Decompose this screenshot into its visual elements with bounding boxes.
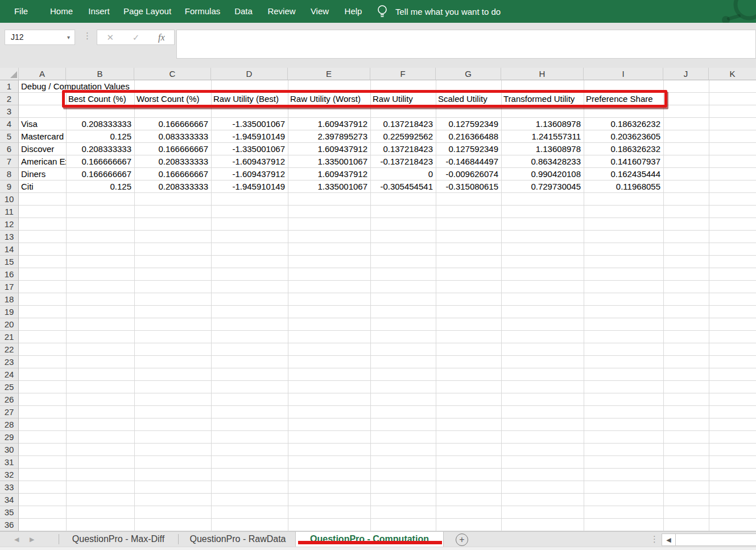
formula-bar-input[interactable] (176, 30, 756, 59)
cell-H9[interactable]: 0.729730045 (501, 180, 584, 192)
row-header-5[interactable]: 5 (0, 130, 19, 143)
cell-H4[interactable]: 1.13608978 (501, 118, 584, 130)
new-sheet-button[interactable]: + (456, 533, 468, 546)
cell-E9[interactable]: 1.335001067 (288, 180, 370, 192)
enter-check-icon[interactable]: ✓ (133, 32, 140, 43)
tellme-group[interactable]: Tell me what you want to do (377, 0, 501, 23)
row-header-1[interactable]: 1 (0, 80, 19, 93)
cell-H6[interactable]: 1.13608978 (501, 143, 584, 155)
column-header-H[interactable]: H (501, 68, 584, 80)
menu-item-help[interactable]: Help (345, 0, 362, 23)
cell-A9-label[interactable]: Citi (19, 180, 66, 192)
column-header-B[interactable]: B (66, 68, 134, 80)
row-header-3[interactable]: 3 (0, 105, 19, 118)
row-header-7[interactable]: 7 (0, 155, 19, 168)
cell-E5[interactable]: 2.397895273 (288, 130, 370, 142)
row-header-26[interactable]: 26 (0, 393, 19, 406)
cell-G5[interactable]: 0.216366488 (436, 130, 501, 142)
row-header-19[interactable]: 19 (0, 306, 19, 318)
cell-I8[interactable]: 0.162435444 (584, 168, 663, 180)
row-header-33[interactable]: 33 (0, 481, 19, 494)
cell-C8[interactable]: 0.166666667 (134, 168, 211, 180)
row-header-27[interactable]: 27 (0, 406, 19, 418)
row-header-2[interactable]: 2 (0, 93, 19, 105)
menu-item-view[interactable]: View (311, 0, 329, 23)
cell-H5[interactable]: 1.241557311 (501, 130, 584, 142)
row-header-18[interactable]: 18 (0, 293, 19, 306)
cell-B8[interactable]: 0.166666667 (66, 168, 134, 180)
cell-H7[interactable]: 0.863428233 (501, 155, 584, 167)
cell-C6[interactable]: 0.166666667 (134, 143, 211, 155)
row-header-6[interactable]: 6 (0, 143, 19, 155)
menu-item-formulas[interactable]: Formulas (185, 0, 221, 23)
column-header-J[interactable]: J (663, 68, 709, 80)
cancel-icon[interactable]: ✕ (106, 32, 114, 43)
row-header-16[interactable]: 16 (0, 268, 19, 281)
cell-I4[interactable]: 0.186326232 (584, 118, 663, 130)
select-all-corner[interactable] (0, 68, 19, 80)
scrollbar-thumb[interactable] (676, 534, 756, 545)
cell-F5[interactable]: 0.225992562 (370, 130, 436, 142)
cell-A8-label[interactable]: Diners (19, 168, 66, 180)
cell-I6[interactable]: 0.186326232 (584, 143, 663, 155)
cell-E4[interactable]: 1.609437912 (288, 118, 370, 130)
row-header-12[interactable]: 12 (0, 218, 19, 231)
row-header-17[interactable]: 17 (0, 281, 19, 293)
row-header-29[interactable]: 29 (0, 431, 19, 444)
cell-A4-label[interactable]: Visa (19, 118, 66, 130)
cell-A5-label[interactable]: Mastercard (19, 130, 66, 142)
drag-handle-icon[interactable]: ⋮ (83, 31, 92, 41)
cell-H8[interactable]: 0.990420108 (501, 168, 584, 180)
cell-E6[interactable]: 1.609437912 (288, 143, 370, 155)
row-header-31[interactable]: 31 (0, 456, 19, 469)
row-header-15[interactable]: 15 (0, 256, 19, 268)
cell-G8[interactable]: -0.009626074 (436, 168, 501, 180)
row-header-24[interactable]: 24 (0, 368, 19, 381)
row-header-35[interactable]: 35 (0, 506, 19, 519)
cell-D4[interactable]: -1.335001067 (211, 118, 288, 130)
column-header-G[interactable]: G (436, 68, 501, 80)
cell-E7[interactable]: 1.335001067 (288, 155, 370, 167)
cell-C5[interactable]: 0.083333333 (134, 130, 211, 142)
cell-D8[interactable]: -1.609437912 (211, 168, 288, 180)
column-header-F[interactable]: F (370, 68, 436, 80)
cell-G9[interactable]: -0.315080615 (436, 180, 501, 192)
menu-item-review[interactable]: Review (267, 0, 295, 23)
cell-I5[interactable]: 0.203623605 (584, 130, 663, 142)
cell-B5[interactable]: 0.125 (66, 130, 134, 142)
column-header-C[interactable]: C (134, 68, 211, 80)
cell-C4[interactable]: 0.166666667 (134, 118, 211, 130)
cell-G6[interactable]: 0.127592349 (436, 143, 501, 155)
cell-B4[interactable]: 0.208333333 (66, 118, 134, 130)
row-header-32[interactable]: 32 (0, 469, 19, 481)
cell-B7[interactable]: 0.166666667 (66, 155, 134, 167)
scroll-left-icon[interactable]: ◀ (662, 534, 676, 545)
menu-item-page-layout[interactable]: Page Layout (123, 0, 171, 23)
menu-item-insert[interactable]: Insert (88, 0, 110, 23)
cell-G7[interactable]: -0.146844497 (436, 155, 501, 167)
chevron-down-icon[interactable]: ▾ (67, 30, 70, 44)
cell-grid[interactable]: Debug / Computation ValuesBest Count (%)… (19, 80, 756, 531)
cell-D5[interactable]: -1.945910149 (211, 130, 288, 142)
row-header-9[interactable]: 9 (0, 180, 19, 193)
row-header-34[interactable]: 34 (0, 494, 19, 506)
row-header-13[interactable]: 13 (0, 231, 19, 243)
name-box[interactable]: J12 ▾ (5, 30, 75, 45)
row-header-14[interactable]: 14 (0, 243, 19, 256)
insert-function-icon[interactable]: fx (158, 32, 165, 43)
cell-A7-label[interactable]: American Express (19, 155, 66, 167)
sheet-tab-rawdata[interactable]: QuestionPro - RawData (182, 532, 294, 547)
row-header-8[interactable]: 8 (0, 168, 19, 180)
cell-F9[interactable]: -0.305454541 (370, 180, 436, 192)
row-header-20[interactable]: 20 (0, 318, 19, 331)
row-header-10[interactable]: 10 (0, 193, 19, 206)
tab-scroll-left-icon[interactable]: ◀ (14, 532, 19, 547)
row-header-28[interactable]: 28 (0, 418, 19, 431)
row-header-22[interactable]: 22 (0, 343, 19, 356)
sheet-tab-computation-active[interactable]: QuestionPro - Computation (295, 532, 444, 547)
cell-F8[interactable]: 0 (370, 168, 436, 180)
cell-F6[interactable]: 0.137218423 (370, 143, 436, 155)
cell-E8[interactable]: 1.609437912 (288, 168, 370, 180)
horizontal-scrollbar[interactable]: ◀ (662, 533, 756, 546)
menu-item-file[interactable]: File (14, 0, 28, 23)
